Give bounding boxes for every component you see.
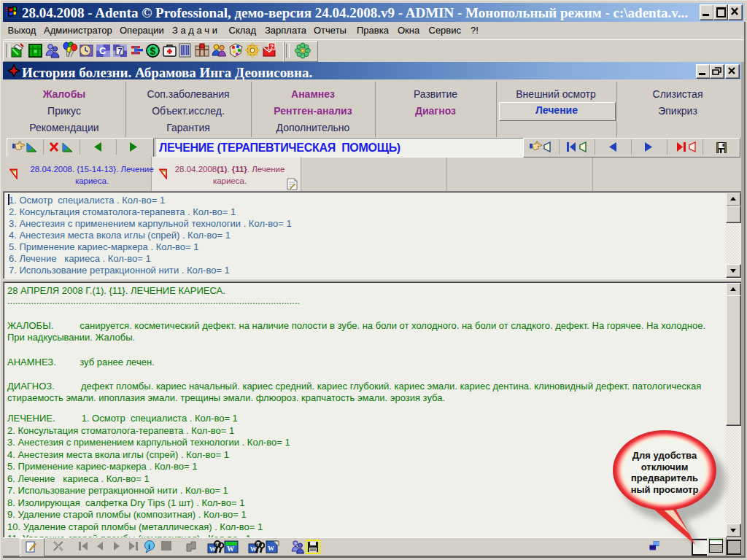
svg-text:W: W [268, 545, 274, 552]
svg-text:отключим: отключим [641, 462, 689, 472]
svg-text:W: W [227, 545, 234, 553]
svg-text:i: i [148, 542, 150, 551]
svg-text:предваритель: предваритель [631, 472, 698, 483]
svg-text:7: 7 [118, 47, 123, 55]
svg-text:Для удобства: Для удобства [632, 450, 697, 461]
svg-text:$: $ [150, 45, 156, 57]
svg-text:C: C [99, 45, 107, 56]
svg-text:ный просмотр: ный просмотр [631, 484, 699, 495]
svg-text:?: ? [270, 43, 274, 50]
